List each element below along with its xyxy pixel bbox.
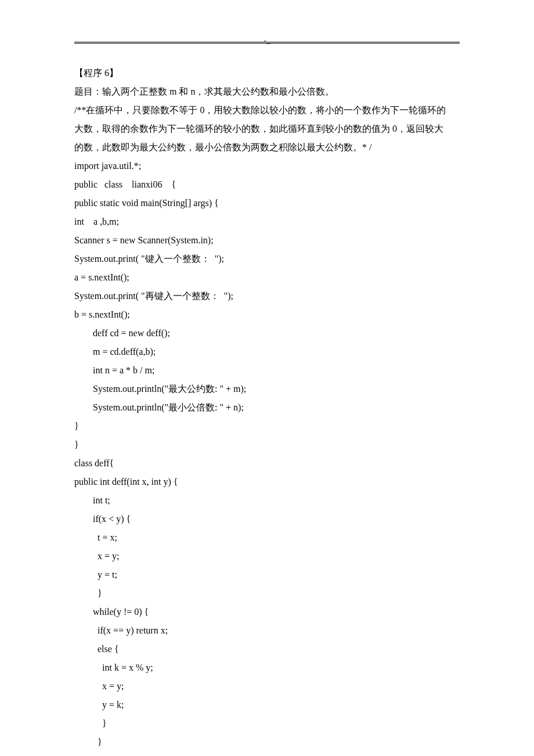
code-line: if(x == y) return x; [74, 621, 460, 640]
code-line: m = cd.deff(a,b); [74, 343, 460, 361]
code-line: class deff{ [74, 454, 460, 473]
code-line: x = y; [74, 677, 460, 696]
code-line: y = k; [74, 696, 460, 714]
code-line: } [74, 714, 460, 733]
code-line: /**在循环中，只要除数不等于 0，用较大数除以较小的数，将小的一个数作为下一轮… [74, 101, 460, 120]
code-line: System.out.println("最小公倍数: " + n); [74, 398, 460, 417]
code-line: y = t; [74, 566, 460, 584]
code-line: public class lianxi06 { [74, 175, 460, 194]
code-line: } [74, 435, 460, 454]
code-line: x = y; [74, 547, 460, 566]
code-line: int a ,b,m; [74, 213, 460, 231]
code-line: public int deff(int x, int y) { [74, 473, 460, 491]
header-rule [74, 42, 460, 44]
code-line: 大数，取得的余数作为下一轮循环的较小的数，如此循环直到较小的数的值为 0，返回较… [74, 120, 460, 138]
code-line: int t; [74, 491, 460, 510]
code-line: import java.util.*; [74, 157, 460, 175]
code-line: 题目：输入两个正整数 m 和 n，求其最大公约数和最小公倍数。 [74, 82, 460, 101]
document-content: 【程序 6】题目：输入两个正整数 m 和 n，求其最大公约数和最小公倍数。/**… [74, 64, 460, 756]
code-line: System.out.println("最大公约数: " + m); [74, 380, 460, 398]
code-line: int k = x % y; [74, 658, 460, 677]
code-line: return x; [74, 751, 460, 756]
code-line: t = x; [74, 528, 460, 547]
code-line: 【程序 6】 [74, 64, 460, 82]
code-line: public static void main(String[] args) { [74, 194, 460, 213]
code-line: 的数，此数即为最大公约数，最小公倍数为两数之积除以最大公约数。* / [74, 138, 460, 157]
code-line: System.out.print( "键入一个整数： "); [74, 250, 460, 268]
code-line: if(x < y) { [74, 510, 460, 528]
code-line: a = s.nextInt(); [74, 268, 460, 287]
code-line: deff cd = new deff(); [74, 324, 460, 343]
code-line: int n = a * b / m; [74, 361, 460, 380]
code-line: } [74, 417, 460, 435]
code-line: Scanner s = new Scanner(System.in); [74, 231, 460, 250]
code-line: } [74, 584, 460, 603]
code-line: while(y != 0) { [74, 603, 460, 621]
code-line: b = s.nextInt(); [74, 305, 460, 324]
header-mark: -_ [264, 33, 270, 49]
code-line: System.out.print( "再键入一个整数： "); [74, 287, 460, 305]
code-line: else { [74, 640, 460, 658]
code-line: } [74, 733, 460, 751]
